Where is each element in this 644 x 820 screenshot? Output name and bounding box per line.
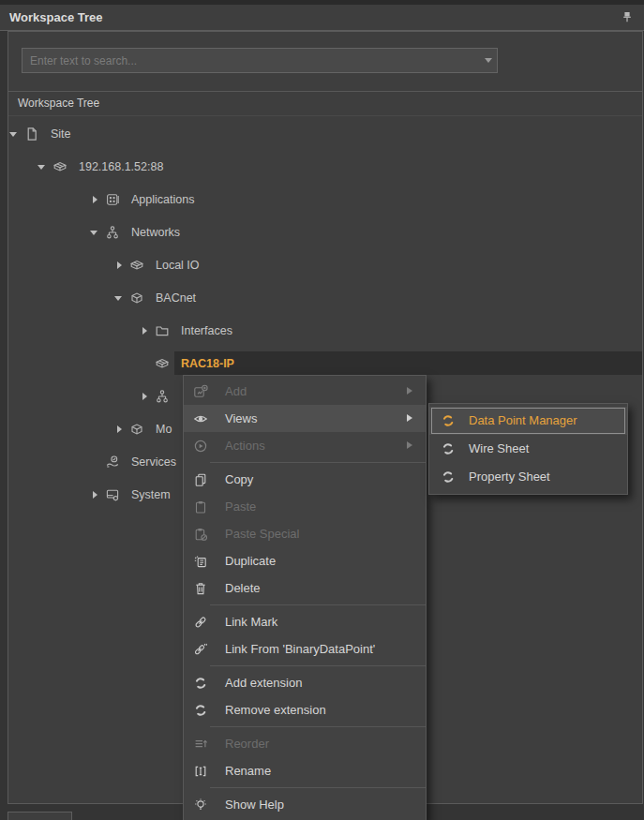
menu-item-link-from-binarydatapoint-[interactable]: Link From 'BinaryDataPoint' <box>184 635 426 663</box>
menu-item-add-extension[interactable]: Add extension <box>184 669 426 696</box>
menu-item-show-help[interactable]: Show Help <box>184 791 426 818</box>
tree-item-site[interactable]: Site <box>8 117 642 150</box>
tree-item-label: Mo <box>156 423 172 436</box>
tree-item-networks[interactable]: Networks <box>8 216 642 248</box>
menu-item-delete[interactable]: Delete <box>184 574 426 602</box>
menu-item-label: Views <box>225 405 257 432</box>
tree-item-label: System <box>131 488 171 501</box>
network-icon <box>105 225 120 240</box>
section-label-row: Workspace Tree <box>8 91 642 116</box>
arrow-spacer <box>139 357 152 370</box>
collapse-arrow-icon[interactable] <box>139 390 152 403</box>
system-icon <box>105 487 120 502</box>
tree-item-label: BACnet <box>156 291 196 305</box>
menu-item-label: Rename <box>225 757 271 784</box>
duplicate-icon <box>193 554 208 569</box>
menu-separator <box>184 459 426 466</box>
menu-item-label: Duplicate <box>225 547 276 574</box>
menu-item-label: Show Help <box>225 791 284 818</box>
add-item-icon <box>193 384 208 399</box>
menu-item-label: Actions <box>225 432 265 459</box>
collapse-arrow-icon[interactable] <box>89 193 102 206</box>
pin-icon[interactable] <box>621 10 634 25</box>
panel-header: Workspace Tree <box>0 5 644 31</box>
link-icon <box>193 615 208 630</box>
menu-separator <box>184 663 426 669</box>
menu-item-label: Copy <box>225 466 253 493</box>
submenu-arrow-icon <box>407 387 416 395</box>
menu-item-label: Reorder <box>225 730 269 757</box>
menu-item-reorder[interactable]: Reorder <box>184 730 426 757</box>
menu-item-views[interactable]: Views <box>184 405 426 432</box>
submenu-arrow-icon <box>407 441 416 449</box>
tree-item-bacnet[interactable]: BACnet <box>8 281 642 314</box>
swirl-icon <box>193 676 208 691</box>
menu-item-duplicate[interactable]: Duplicate <box>184 547 426 574</box>
menu-item-add[interactable]: Add <box>184 378 426 405</box>
menu-separator <box>184 602 426 608</box>
menu-separator <box>184 723 426 730</box>
collapse-arrow-icon[interactable] <box>113 423 127 436</box>
submenu-item-data-point-manager[interactable]: Data Point Manager <box>429 407 627 435</box>
app-root: { "panel": { "title": "Workspace Tree", … <box>0 0 644 820</box>
tree-item-label: 192.168.1.52:88 <box>79 160 163 173</box>
swirl-icon <box>441 413 456 428</box>
context-menu: AddViewsActionsCopyPastePaste SpecialDup… <box>183 375 427 820</box>
paste-icon <box>193 499 208 514</box>
device-icon <box>129 258 144 273</box>
submenu-arrow-icon <box>407 414 416 422</box>
expand-arrow-icon[interactable] <box>37 160 50 173</box>
menu-item-label: Add <box>225 378 247 405</box>
menu-item-rename[interactable]: Rename <box>184 757 426 784</box>
search-input[interactable] <box>22 48 498 73</box>
collapse-arrow-icon[interactable] <box>139 324 152 337</box>
tree-item-local-io[interactable]: Local IO <box>8 248 642 281</box>
submenu-item-label: Property Sheet <box>469 463 550 491</box>
menu-item-label: Remove extension <box>225 696 326 723</box>
document-icon <box>24 127 39 142</box>
menu-item-remove-extension[interactable]: Remove extension <box>184 696 426 723</box>
section-label: Workspace Tree <box>18 97 99 110</box>
menu-item-paste-special[interactable]: Paste Special <box>184 520 426 547</box>
chevron-down-icon[interactable] <box>485 58 492 63</box>
tree-item-192-168-1-52-88[interactable]: 192.168.1.52:88 <box>8 150 642 183</box>
device-icon <box>52 159 67 174</box>
device-icon <box>155 356 170 371</box>
tree-item-label: Services <box>131 455 176 469</box>
network-icon <box>155 389 170 404</box>
menu-item-label: Delete <box>225 574 261 602</box>
cube-icon <box>129 422 144 437</box>
menu-item-label: Add extension <box>225 669 302 696</box>
tree-item-label: RAC18-IP <box>181 357 234 370</box>
expand-arrow-icon[interactable] <box>113 291 127 305</box>
bulb-icon <box>193 798 208 813</box>
submenu-item-property-sheet[interactable]: Property Sheet <box>429 463 627 491</box>
menu-item-actions[interactable]: Actions <box>184 432 426 459</box>
collapse-arrow-icon[interactable] <box>113 259 127 272</box>
submenu-item-wire-sheet[interactable]: Wire Sheet <box>429 435 627 463</box>
collapse-arrow-icon[interactable] <box>89 488 102 501</box>
expand-arrow-icon[interactable] <box>8 127 22 141</box>
menu-item-label: Paste Special <box>225 520 300 547</box>
menu-item-link-mark[interactable]: Link Mark <box>184 608 426 635</box>
services-icon <box>105 455 120 470</box>
dock-tab-stub[interactable] <box>7 812 72 820</box>
cube-icon <box>129 291 144 306</box>
applications-icon <box>105 192 120 207</box>
menu-item-label: Link Mark <box>225 608 277 635</box>
views-submenu: Data Point ManagerWire SheetProperty She… <box>428 403 628 495</box>
tree-item-label: Site <box>51 127 71 141</box>
copy-icon <box>193 472 208 487</box>
menu-item-copy[interactable]: Copy <box>184 466 426 493</box>
play-circle-icon <box>193 439 208 454</box>
tree-item-label: Interfaces <box>181 324 232 337</box>
reorder-icon <box>193 737 208 752</box>
link-from-icon <box>193 642 208 657</box>
rename-icon <box>193 764 208 779</box>
menu-item-label: Link From 'BinaryDataPoint' <box>225 635 375 663</box>
menu-item-paste[interactable]: Paste <box>184 493 426 520</box>
tree-item-applications[interactable]: Applications <box>8 183 642 216</box>
tree-item-interfaces[interactable]: Interfaces <box>8 314 642 347</box>
tree-item-label: Local IO <box>156 259 200 272</box>
expand-arrow-icon[interactable] <box>89 226 102 239</box>
